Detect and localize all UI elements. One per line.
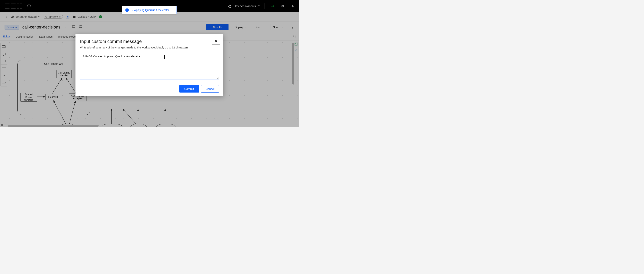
commit-button[interactable]: Commit: [180, 85, 199, 92]
modal-close-button[interactable]: [212, 38, 220, 45]
modal-title: Input custom commit message: [80, 39, 219, 44]
commit-message-modal: Input custom commit message Write a brie…: [76, 34, 224, 96]
status-text: Applying Quarkus Accelerator...: [134, 9, 171, 12]
close-icon: [215, 40, 218, 42]
cancel-button[interactable]: Cancel: [201, 85, 219, 92]
status-toast: i Applying Quarkus Accelerator...: [122, 6, 177, 14]
info-icon: i: [125, 8, 129, 12]
commit-message-textarea[interactable]: [80, 53, 219, 79]
modal-subtitle: Write a brief summary of the changes mad…: [80, 46, 219, 49]
